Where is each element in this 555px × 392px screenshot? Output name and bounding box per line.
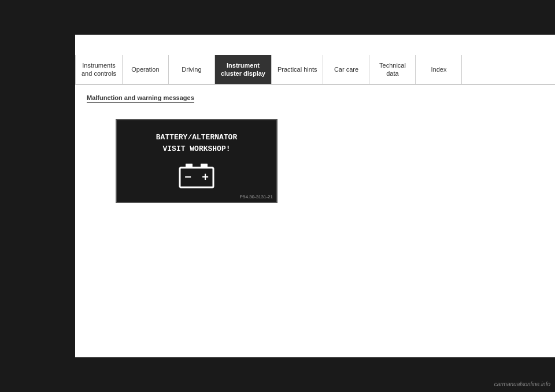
- battery-icon: − +: [176, 161, 217, 190]
- tab-index[interactable]: Index: [416, 55, 462, 84]
- bottom-bar: [75, 357, 555, 392]
- image-reference: P54.30-3131-21: [240, 194, 273, 199]
- top-bar: [0, 0, 555, 35]
- tab-instruments[interactable]: Instrumentsand controls: [75, 55, 123, 84]
- page-body: Malfunction and warning messages BATTERY…: [75, 85, 555, 357]
- tab-technical-data[interactable]: Technicaldata: [369, 55, 416, 84]
- nav-bar: Instrumentsand controls Operation Drivin…: [75, 55, 555, 85]
- tab-operation[interactable]: Operation: [123, 55, 169, 84]
- tab-practical-hints[interactable]: Practical hints: [272, 55, 323, 84]
- left-sidebar: [0, 35, 75, 392]
- svg-text:−: −: [184, 171, 191, 183]
- watermark: carmanualsonline.info: [494, 381, 550, 387]
- svg-text:+: +: [202, 171, 209, 183]
- display-image-container: BATTERY/ALTERNATOR VISIT WORKSHOP! − + P…: [116, 119, 278, 203]
- section-title: Malfunction and warning messages: [87, 94, 194, 103]
- tab-instrument-cluster[interactable]: Instrumentcluster display: [215, 55, 272, 84]
- tab-car-care[interactable]: Car care: [323, 55, 369, 84]
- tab-driving[interactable]: Driving: [169, 55, 215, 84]
- display-message: BATTERY/ALTERNATOR VISIT WORKSHOP!: [156, 132, 237, 154]
